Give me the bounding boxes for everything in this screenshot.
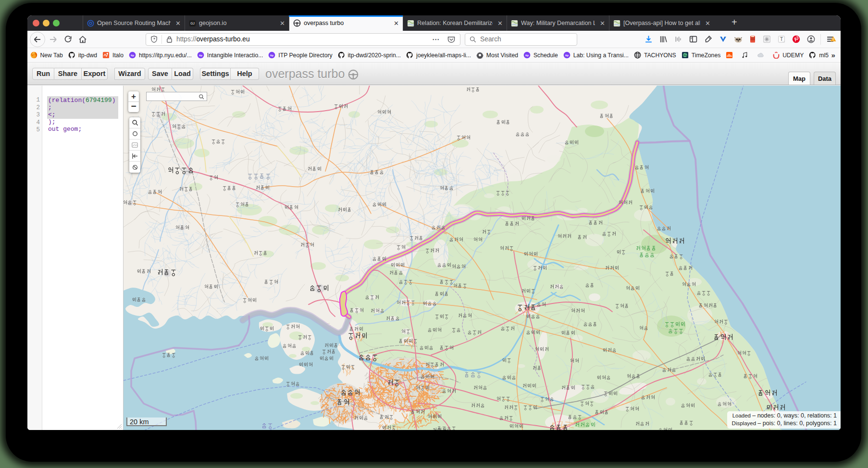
svg-text:T: T [780,37,783,42]
svg-text:GJ: GJ [190,22,194,25]
svg-text:itp: itp [270,54,274,57]
svg-text:!: ! [832,37,834,41]
svg-text:itp: itp [131,54,135,57]
svg-text:itp: itp [565,54,569,57]
svg-text:itp: itp [199,54,203,57]
svg-text:itp: itp [525,54,529,57]
